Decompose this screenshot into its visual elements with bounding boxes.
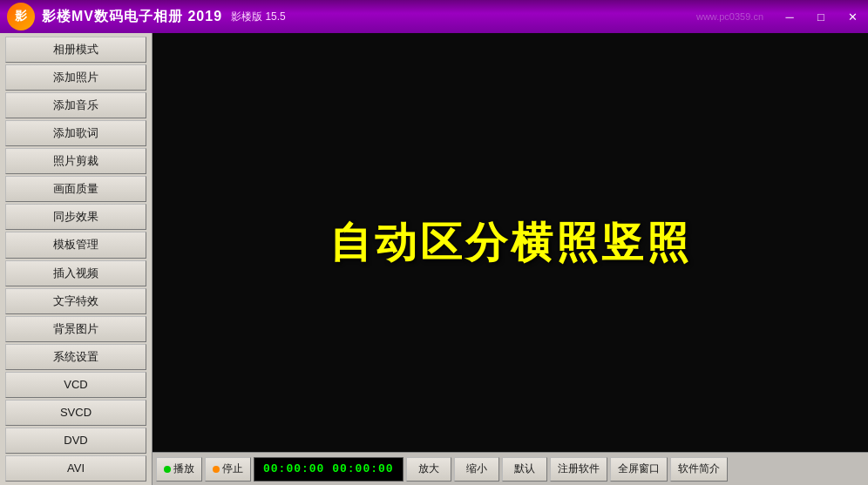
zoom-out-button[interactable]: 缩小	[454, 457, 499, 482]
play-button[interactable]: 播放	[156, 457, 202, 482]
stop-label: 停止	[222, 461, 243, 476]
title-bar: 影 影楼MV数码电子相册 2019 影楼版 15.5 www.pc0359.cn…	[0, 0, 868, 33]
sidebar: 相册模式添加照片添加音乐添加歌词照片剪裁画面质量同步效果模板管理插入视频文字特效…	[0, 33, 153, 485]
fullscreen-label: 全屏窗口	[618, 461, 660, 476]
sidebar-btn-add-lyrics[interactable]: 添加歌词	[5, 120, 146, 146]
minimize-button[interactable]: ─	[774, 0, 805, 33]
sidebar-btn-template-manage[interactable]: 模板管理	[5, 232, 146, 258]
sidebar-btn-insert-video[interactable]: 插入视频	[5, 260, 146, 286]
app-logo: 影	[7, 3, 35, 30]
logo-text: 影	[15, 9, 27, 24]
stop-indicator	[213, 466, 220, 473]
app-title: 影楼MV数码电子相册 2019	[42, 8, 222, 26]
sidebar-btn-photo-crop[interactable]: 照片剪裁	[5, 148, 146, 174]
sidebar-btn-text-effects[interactable]: 文字特效	[5, 288, 146, 314]
sidebar-btn-dvd[interactable]: DVD	[5, 428, 146, 454]
sidebar-btn-vcd[interactable]: VCD	[5, 372, 146, 398]
zoom-in-label: 放大	[418, 461, 439, 476]
play-indicator	[164, 466, 171, 473]
default-label: 默认	[514, 461, 535, 476]
sidebar-btn-add-music[interactable]: 添加音乐	[5, 92, 146, 118]
sidebar-btn-system-settings[interactable]: 系统设置	[5, 344, 146, 370]
maximize-button[interactable]: □	[805, 0, 837, 33]
fullscreen-button[interactable]: 全屏窗口	[610, 457, 668, 482]
app-version: 影楼版 15.5	[231, 10, 286, 24]
watermark: www.pc0359.cn	[696, 11, 763, 22]
sidebar-btn-avi[interactable]: AVI	[5, 455, 146, 482]
preview-area: 自动区分横照竖照	[153, 33, 868, 452]
control-bar: 播放 停止 00:00:00 00:00:00 放大 缩小 默认 注册软件 全屏…	[153, 452, 868, 485]
sidebar-btn-image-quality[interactable]: 画面质量	[5, 176, 146, 202]
window-controls: ─ □ ✕	[774, 0, 868, 33]
sidebar-btn-sync-effects[interactable]: 同步效果	[5, 204, 146, 230]
sidebar-btn-bg-image[interactable]: 背景图片	[5, 316, 146, 342]
register-button[interactable]: 注册软件	[550, 457, 607, 482]
stop-button[interactable]: 停止	[205, 457, 251, 482]
register-label: 注册软件	[558, 461, 600, 476]
sidebar-btn-album-mode[interactable]: 相册模式	[5, 37, 146, 63]
timecode-display: 00:00:00 00:00:00	[254, 457, 403, 482]
content-area: 自动区分横照竖照 播放 停止 00:00:00 00:00:00 放大 缩小 默…	[153, 33, 868, 485]
main-layout: 相册模式添加照片添加音乐添加歌词照片剪裁画面质量同步效果模板管理插入视频文字特效…	[0, 33, 868, 485]
zoom-out-label: 缩小	[466, 461, 487, 476]
sidebar-btn-svcd[interactable]: SVCD	[5, 400, 146, 426]
play-label: 播放	[173, 461, 194, 476]
sidebar-btn-add-photo[interactable]: 添加照片	[5, 64, 146, 91]
preview-main-text: 自动区分横照竖照	[329, 215, 692, 271]
close-button[interactable]: ✕	[837, 0, 868, 33]
about-label: 软件简介	[678, 461, 720, 476]
default-button[interactable]: 默认	[502, 457, 547, 482]
zoom-in-button[interactable]: 放大	[406, 457, 451, 482]
about-button[interactable]: 软件简介	[670, 457, 728, 482]
